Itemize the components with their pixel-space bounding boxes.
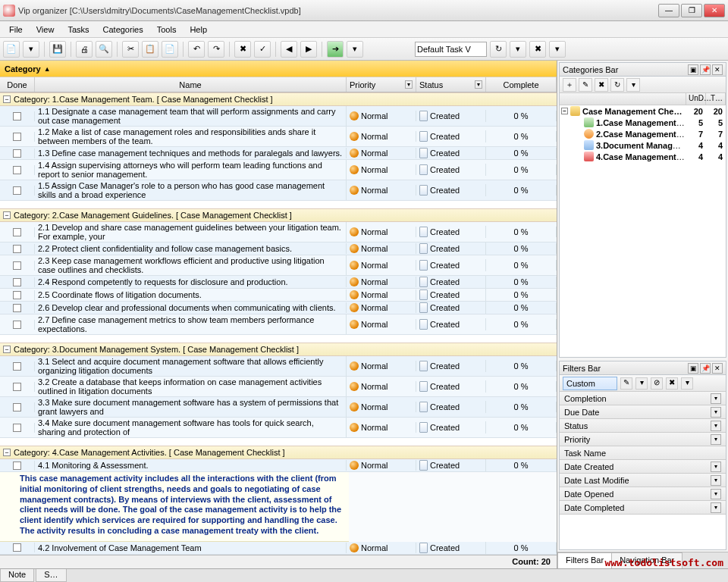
filter-row[interactable]: Due Date▾ (560, 405, 726, 419)
filter-clear-button[interactable]: ⊘ (651, 377, 663, 390)
close-button[interactable]: ✕ (704, 4, 725, 17)
print-button[interactable]: 🖨 (76, 41, 93, 58)
tree-item[interactable]: 4.Case Management Activities44 (560, 151, 726, 162)
menu-categories[interactable]: Categories (97, 23, 149, 36)
filter-row[interactable]: Date Last Modifie▾ (560, 474, 726, 487)
col-done[interactable]: Done (0, 77, 35, 92)
menu-help[interactable]: Help (184, 23, 213, 36)
chevron-down-icon[interactable]: ▾ (711, 475, 721, 486)
task-row[interactable]: 2.1 Develop and share case management gu… (0, 222, 557, 242)
task-row[interactable]: 3.3 Make sure document management softwa… (0, 397, 557, 418)
filter-row[interactable]: Status▾ (560, 419, 726, 433)
tab-note[interactable]: Note (0, 569, 34, 582)
redo-button[interactable]: ↷ (208, 41, 224, 58)
print-preview-button[interactable]: 🔍 (96, 41, 112, 58)
task-row[interactable]: 1.3 Define case management techniques an… (0, 147, 557, 160)
category-banner-dropdown[interactable]: ▲ (44, 65, 51, 73)
task-row[interactable]: 1.4 Assign supervising attorneys who wil… (0, 160, 557, 180)
tree-refresh-button[interactable]: ↻ (610, 78, 624, 92)
task-row[interactable]: 4.2 Involvement of Case Management TeamN… (0, 542, 557, 555)
cut-button[interactable]: ✂ (122, 41, 139, 58)
done-checkbox[interactable] (13, 149, 21, 158)
task-row[interactable]: 1.5 Assign Case Manager's role to a pers… (0, 180, 557, 201)
check-button[interactable]: ✓ (254, 41, 271, 58)
filter-row[interactable]: Date Created▾ (560, 460, 726, 474)
chevron-down-icon[interactable]: ▾ (711, 462, 721, 472)
done-checkbox[interactable] (13, 543, 21, 552)
group-header[interactable]: −Category: 2.Case Management Guidelines.… (0, 208, 557, 222)
priority-filter-icon[interactable]: ▾ (405, 80, 413, 89)
task-row[interactable]: 2.7 Define case management metrics to sh… (0, 314, 557, 335)
tree-body[interactable]: − Case Management Checklist 20 20 1.Case… (560, 105, 726, 357)
task-row[interactable]: 4.1 Monitoring & Assessment.NormalCreate… (0, 459, 557, 472)
done-checkbox[interactable] (13, 261, 21, 270)
filter-apply-dropdown[interactable]: ▾ (635, 377, 648, 390)
copy-button[interactable]: 📋 (142, 41, 158, 58)
filter-preset-combo[interactable]: Custom (563, 377, 617, 390)
group-header[interactable]: −Category: 4.Case Management Activities.… (0, 446, 557, 459)
group-toggle-icon[interactable]: − (3, 211, 11, 219)
nav-back-button[interactable]: ◀ (281, 41, 297, 58)
group-header[interactable]: −Category: 1.Case Management Team. [ Cas… (0, 92, 557, 106)
done-checkbox[interactable] (13, 462, 21, 470)
filter-row[interactable]: Completion▾ (560, 392, 726, 405)
task-row[interactable]: 1.2 Make a list of case management roles… (0, 127, 557, 147)
go-button[interactable]: ➔ (327, 41, 344, 58)
minimize-button[interactable]: — (658, 4, 679, 17)
chevron-down-icon[interactable]: ▾ (711, 393, 721, 404)
chevron-down-icon[interactable]: ▾ (711, 489, 721, 499)
grid-body[interactable]: −Category: 1.Case Management Team. [ Cas… (0, 92, 557, 555)
panel-pin-icon[interactable]: 📌 (700, 363, 711, 374)
status-filter-icon[interactable]: ▾ (475, 80, 482, 89)
menu-file[interactable]: File (3, 23, 29, 36)
tree-item[interactable]: 2.Case Management Guideline77 (560, 128, 726, 139)
panel-close-icon[interactable]: ✕ (712, 363, 723, 374)
chevron-down-icon[interactable]: ▾ (711, 407, 721, 418)
tree-edit-button[interactable]: ✎ (579, 78, 592, 92)
task-row[interactable]: 2.6 Develop clear and professional docum… (0, 302, 557, 314)
panel-pin-icon[interactable]: 📌 (700, 64, 711, 75)
done-checkbox[interactable] (13, 321, 21, 329)
filter-row[interactable]: Date Completed▾ (560, 501, 726, 515)
panel-close-icon[interactable]: ✕ (712, 64, 723, 75)
group-header[interactable]: −Category: 3.Document Management System.… (0, 343, 557, 356)
tab-navigation-bar[interactable]: Navigation Bar (611, 552, 682, 568)
group-toggle-icon[interactable]: − (3, 449, 11, 456)
delete-button[interactable]: ✖ (234, 41, 251, 58)
done-checkbox[interactable] (13, 403, 21, 411)
maximize-button[interactable]: ❐ (681, 4, 702, 17)
tab-s[interactable]: S… (36, 569, 66, 582)
group-toggle-icon[interactable]: − (3, 95, 11, 103)
taskview-dropdown[interactable]: ▾ (510, 41, 526, 58)
task-row[interactable]: 3.4 Make sure document management softwa… (0, 418, 557, 438)
group-toggle-icon[interactable]: − (3, 346, 11, 353)
col-priority[interactable]: Priority▾ (347, 77, 416, 92)
save-button[interactable]: 💾 (49, 41, 66, 58)
tree-item[interactable]: 1.Case Management Team.55 (560, 117, 726, 128)
new-button[interactable]: 📄 (3, 41, 20, 58)
col-name[interactable]: Name (35, 77, 347, 92)
task-row[interactable]: 2.2 Protect client confidentiality and f… (0, 242, 557, 255)
filter-apply-button[interactable]: ✎ (620, 377, 632, 390)
done-checkbox[interactable] (13, 186, 21, 195)
done-checkbox[interactable] (13, 383, 21, 391)
panel-expand-icon[interactable]: ▣ (688, 64, 698, 75)
tree-root[interactable]: − Case Management Checklist 20 20 (560, 105, 726, 117)
menu-tasks[interactable]: Tasks (61, 23, 95, 36)
tab-filters-bar[interactable]: Filters Bar (557, 552, 612, 568)
task-row[interactable]: 2.4 Respond competently to requests for … (0, 276, 557, 289)
done-checkbox[interactable] (13, 112, 21, 120)
tree-add-button[interactable]: ＋ (563, 78, 576, 92)
go-dropdown[interactable]: ▾ (347, 41, 363, 58)
done-checkbox[interactable] (13, 424, 21, 432)
done-checkbox[interactable] (13, 278, 21, 286)
filter-delete-button[interactable]: ✖ (666, 377, 678, 390)
taskview-combo[interactable] (415, 42, 487, 57)
done-checkbox[interactable] (13, 304, 21, 312)
tree-delete-button[interactable]: ✖ (595, 78, 608, 92)
tree-item[interactable]: 3.Document Management Syst44 (560, 139, 726, 151)
undo-button[interactable]: ↶ (188, 41, 205, 58)
filter-row[interactable]: Date Opened▾ (560, 487, 726, 501)
task-row[interactable]: 3.2 Create a database that keeps informa… (0, 377, 557, 397)
col-status[interactable]: Status▾ (416, 77, 486, 92)
